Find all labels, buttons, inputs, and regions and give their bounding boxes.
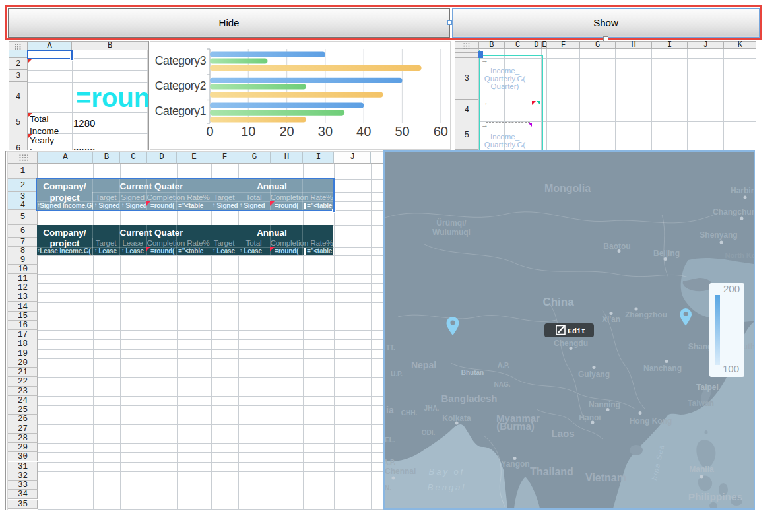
svg-text:Chennai: Chennai bbox=[385, 467, 416, 476]
svg-text:0: 0 bbox=[206, 124, 213, 139]
svg-text:Edit: Edit bbox=[568, 327, 586, 335]
svg-text:ia: ia bbox=[386, 405, 394, 415]
svg-text:Bhutan: Bhutan bbox=[461, 369, 484, 376]
svg-text:Thailand: Thailand bbox=[530, 466, 573, 477]
svg-text:Baotou: Baotou bbox=[603, 242, 630, 251]
svg-text:Wulumuqi: Wulumuqi bbox=[432, 228, 471, 237]
svg-text:Changchun: Changchun bbox=[713, 207, 754, 216]
svg-text:Taipei: Taipei bbox=[696, 383, 719, 392]
svg-text:Shang: Shang bbox=[688, 342, 713, 351]
svg-text:60: 60 bbox=[434, 124, 448, 139]
svg-text:Bay of: Bay of bbox=[429, 467, 465, 477]
svg-text:A.P.: A.P. bbox=[498, 362, 509, 369]
svg-text:Laos: Laos bbox=[551, 428, 574, 439]
svg-text:Bangladesh: Bangladesh bbox=[441, 393, 497, 404]
svg-text:TT.: TT. bbox=[386, 344, 395, 351]
svg-text:Ürümqi/: Ürümqi/ bbox=[436, 218, 467, 228]
svg-text:N.: N. bbox=[385, 484, 391, 492]
svg-text:Bengal: Bengal bbox=[428, 482, 466, 492]
svg-text:ODI.: ODI. bbox=[422, 429, 436, 436]
svg-text:Shenyang: Shenyang bbox=[700, 230, 737, 240]
svg-text:Nepal: Nepal bbox=[411, 360, 436, 370]
svg-text:CHH.: CHH. bbox=[401, 409, 418, 416]
svg-text:NAG.: NAG. bbox=[494, 381, 511, 388]
svg-text:30: 30 bbox=[318, 124, 333, 139]
svg-text:Xi'an: Xi'an bbox=[602, 315, 620, 324]
svg-text:U.P.: U.P. bbox=[391, 370, 403, 378]
svg-text:Nanchang: Nanchang bbox=[643, 364, 682, 373]
svg-text:China: China bbox=[542, 296, 574, 308]
svg-text:Taiwan: Taiwan bbox=[688, 399, 714, 408]
svg-text:50: 50 bbox=[395, 124, 409, 139]
svg-text:Mongolia: Mongolia bbox=[544, 183, 591, 194]
svg-text:100: 100 bbox=[723, 363, 739, 374]
svg-text:40: 40 bbox=[356, 124, 371, 139]
svg-text:Harbin: Harbin bbox=[731, 186, 754, 195]
svg-text:Chengdu: Chengdu bbox=[554, 339, 588, 348]
svg-text:Category1: Category1 bbox=[155, 104, 206, 117]
svg-text:Beijing: Beijing bbox=[653, 249, 680, 258]
svg-text:EL.: EL. bbox=[385, 436, 395, 444]
svg-text:(Burma): (Burma) bbox=[496, 420, 535, 432]
svg-text:Vietnam: Vietnam bbox=[585, 472, 626, 483]
svg-text:JHA.: JHA. bbox=[424, 405, 440, 412]
svg-text:Nanning: Nanning bbox=[589, 400, 620, 409]
svg-text:Manila: Manila bbox=[689, 465, 714, 474]
svg-text:Guiyang: Guiyang bbox=[578, 370, 610, 379]
svg-text:10: 10 bbox=[241, 124, 255, 139]
svg-text:Category3: Category3 bbox=[155, 54, 206, 67]
svg-text:Zhengzhou: Zhengzhou bbox=[625, 310, 667, 319]
svg-text:Philippines: Philippines bbox=[688, 491, 743, 502]
svg-text:Category2: Category2 bbox=[155, 79, 206, 92]
svg-text:20: 20 bbox=[279, 124, 294, 139]
svg-text:Yangon: Yangon bbox=[501, 459, 529, 469]
svg-text:200: 200 bbox=[723, 283, 740, 294]
svg-text:North Ko: North Ko bbox=[725, 251, 754, 259]
svg-text:Hanoi: Hanoi bbox=[579, 413, 601, 422]
svg-text:Hong Kong: Hong Kong bbox=[630, 416, 672, 426]
svg-text:A.P.: A.P. bbox=[385, 459, 395, 466]
svg-text:uth: uth bbox=[743, 342, 754, 351]
